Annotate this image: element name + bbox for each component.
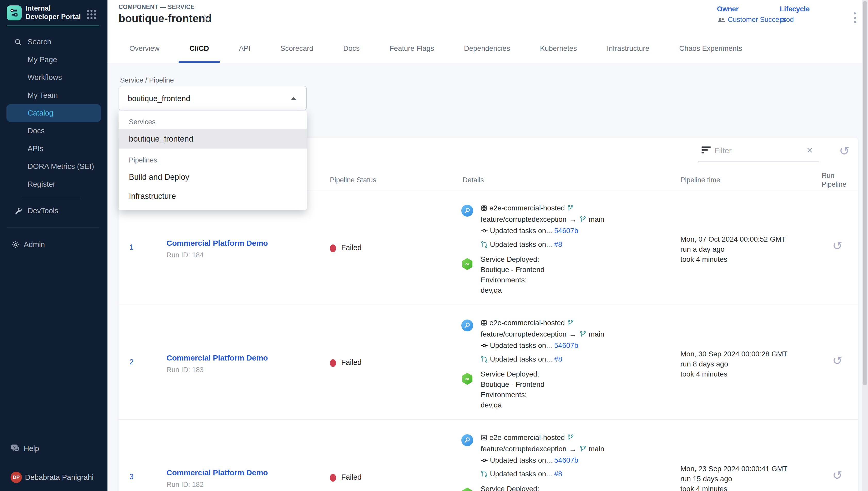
environments-label: Environments: (480, 389, 675, 400)
status-text: Failed (341, 243, 362, 252)
rerun-pipeline-button[interactable]: ↺ (832, 354, 842, 367)
tab-chaos-experiments[interactable]: Chaos Experiments (668, 36, 753, 63)
status-text: Failed (341, 473, 362, 482)
col-run-pipeline: RunPipeline (817, 170, 858, 190)
tab-infrastructure[interactable]: Infrastructure (596, 36, 660, 63)
pipeline-select-menu: Services boutique_frontend Pipelines Bui… (119, 111, 307, 210)
time-cell: Mon, 30 Sep 2024 00:00:28 GMT run 8 days… (675, 305, 817, 419)
pipeline-name-link[interactable]: Commercial Platform Demo (166, 353, 322, 362)
cd-stage-icon: ∞ (461, 373, 473, 385)
rerun-pipeline-button[interactable]: ↺ (832, 240, 842, 252)
menu-item-boutique-frontend[interactable]: boutique_frontend (119, 129, 307, 148)
filter-input[interactable] (714, 144, 800, 157)
pr-number-link[interactable]: #8 (554, 470, 562, 478)
clear-filter-icon[interactable]: × (807, 144, 813, 156)
service-deployed-block: Service Deployed: Boutique - Frontend En… (480, 254, 675, 295)
app-logo (7, 5, 22, 20)
commit-sha-link[interactable]: 54607b (554, 227, 578, 235)
user-name: Debabrata Panigrahi (25, 473, 94, 482)
sidebar-nav: Search My Page Workflows My Team Catalog… (0, 33, 107, 254)
apps-grid-icon[interactable] (87, 10, 100, 19)
pull-request-icon (480, 241, 488, 248)
svg-text:∞: ∞ (465, 376, 469, 382)
pr-number-link[interactable]: #8 (554, 240, 562, 249)
owner-label: Owner (717, 5, 786, 13)
sidebar-item-my-team[interactable]: My Team (0, 86, 107, 104)
sidebar-item-workflows[interactable]: Workflows (0, 68, 107, 86)
run-id: Run ID: 184 (166, 251, 322, 259)
tab-scorecard[interactable]: Scorecard (270, 36, 324, 63)
sidebar-item-register[interactable]: Register (0, 175, 107, 193)
sidebar-item-dora-metrics[interactable]: DORA Metrics (SEI) (0, 157, 107, 175)
sidebar-item-admin[interactable]: Admin (0, 236, 107, 254)
help-chat-icon: ? (11, 444, 20, 453)
repo-icon (480, 205, 487, 211)
app-title: Internal Developer Portal (26, 4, 82, 21)
commit-text: Updated tasks on... (490, 456, 552, 464)
tab-api[interactable]: API (228, 36, 261, 63)
tab-kubernetes[interactable]: Kubernetes (529, 36, 588, 63)
tab-cicd[interactable]: CI/CD (179, 36, 220, 63)
user-menu[interactable]: DP Debabrata Panigrahi (0, 468, 107, 486)
pr-number-link[interactable]: #8 (554, 355, 562, 363)
scrollbar-track[interactable] (862, 0, 868, 491)
entity-kind-eyebrow: COMPONENT — SERVICE (119, 4, 194, 10)
col-pipeline-status: Pipeline Status (322, 170, 456, 190)
target-branch: main (589, 445, 604, 453)
arrow-right-icon: → (569, 330, 577, 339)
tab-feature-flags[interactable]: Feature Flags (379, 36, 445, 63)
target-branch: main (589, 215, 604, 224)
service-deployed-label: Service Deployed: (480, 254, 675, 265)
sidebar-item-docs[interactable]: Docs (0, 122, 107, 140)
commit-text: Updated tasks on... (490, 341, 552, 350)
sidebar-divider-accent (7, 26, 99, 26)
run-id: Run ID: 183 (166, 366, 322, 374)
tab-docs[interactable]: Docs (333, 36, 371, 63)
sidebar-item-search[interactable]: Search (0, 33, 107, 51)
details-cell: ∞ e2e-commercial-hosted feature/corrupte… (456, 305, 675, 419)
menu-item-build-and-deploy[interactable]: Build and Deploy (119, 168, 307, 187)
run-serial-link[interactable]: 3 (129, 472, 133, 481)
tab-overview[interactable]: Overview (119, 36, 170, 63)
run-duration: took 4 minutes (680, 484, 817, 491)
pr-text: Updated tasks on... (490, 470, 552, 478)
sidebar-item-catalog[interactable]: Catalog (6, 104, 101, 122)
owner-link[interactable]: Customer Success (728, 16, 786, 24)
environments-value: dev,qa (480, 400, 675, 410)
run-serial-link[interactable]: 1 (129, 243, 133, 251)
commit-sha-link[interactable]: 54607b (554, 341, 578, 350)
sidebar-divider (7, 227, 99, 228)
run-serial-link[interactable]: 2 (129, 358, 133, 366)
refresh-icon[interactable]: ↺ (839, 145, 849, 157)
status-text: Failed (341, 358, 362, 367)
rerun-pipeline-button[interactable]: ↺ (832, 469, 842, 481)
ci-stage-icon (461, 319, 473, 331)
time-cell: Mon, 07 Oct 2024 00:00:52 GMT run a day … (675, 190, 817, 305)
sidebar-divider (22, 198, 81, 198)
svg-text:∞: ∞ (465, 261, 469, 267)
kebab-menu-icon[interactable] (850, 12, 860, 28)
details-cell: ∞ e2e-commercial-hosted feature/corrupte… (456, 190, 675, 305)
sidebar-item-my-page[interactable]: My Page (0, 51, 107, 68)
pipeline-name-link[interactable]: Commercial Platform Demo (166, 239, 322, 248)
filter-underline (699, 161, 819, 162)
pipeline-name-link[interactable]: Commercial Platform Demo (166, 468, 322, 477)
tab-dependencies[interactable]: Dependencies (453, 36, 521, 63)
ci-stage-icon (461, 434, 473, 446)
pull-request-icon (480, 356, 488, 363)
sidebar-item-apis[interactable]: APIs (0, 140, 107, 157)
environments-label: Environments: (480, 275, 675, 285)
filter-widget: × (699, 142, 827, 161)
sidebar-item-help[interactable]: ? Help (0, 439, 107, 458)
commit-sha-link[interactable]: 54607b (554, 456, 578, 464)
time-cell: Mon, 23 Sep 2024 00:00:41 GMT run 15 day… (675, 420, 817, 491)
menu-item-infrastructure[interactable]: Infrastructure (119, 187, 307, 206)
scrollbar-thumb[interactable] (863, 1, 867, 385)
git-branch-icon (579, 445, 587, 453)
sidebar-item-devtools[interactable]: DevTools (0, 202, 107, 220)
favorite-star-icon[interactable]: ☆ (200, 11, 210, 25)
git-branch-icon (567, 434, 574, 441)
pipeline-select[interactable]: boutique_frontend (119, 86, 307, 110)
run-id: Run ID: 182 (166, 481, 322, 489)
git-branch-icon (579, 330, 587, 338)
